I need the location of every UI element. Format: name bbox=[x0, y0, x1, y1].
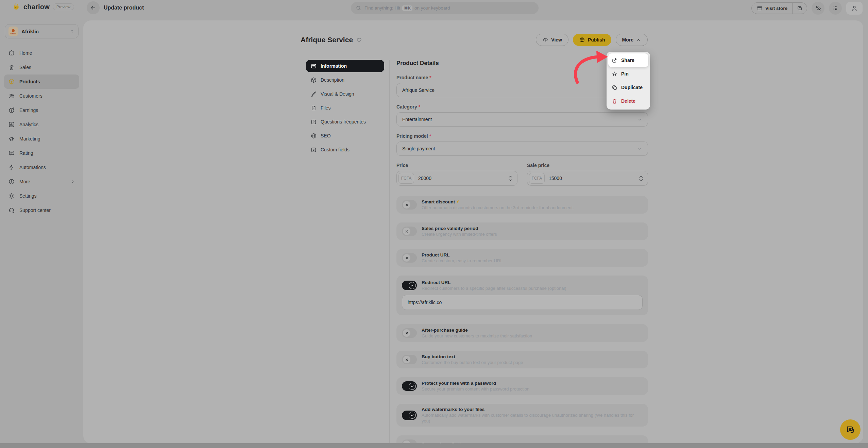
question-icon bbox=[310, 119, 317, 125]
profile-button[interactable] bbox=[846, 2, 863, 15]
price-stepper[interactable] bbox=[509, 176, 514, 181]
svg-text:$: $ bbox=[11, 109, 13, 112]
coin-icon: $ bbox=[8, 107, 15, 114]
menu-item-share[interactable]: Share bbox=[608, 53, 648, 67]
sidebar-item-home[interactable]: Home bbox=[4, 46, 79, 60]
pricing-model-label: Pricing model* bbox=[396, 133, 648, 139]
tab-custom-fields[interactable]: Custom fields bbox=[306, 144, 384, 156]
feature-row-purchase-limit: Set purchase limit bbox=[396, 435, 648, 443]
favorite-heart-icon[interactable] bbox=[356, 37, 362, 43]
password-protect-toggle[interactable] bbox=[402, 381, 417, 391]
feature-description: Guide your new customers to maximize the… bbox=[422, 333, 532, 339]
after-purchase-guide-toggle[interactable] bbox=[402, 328, 417, 338]
sidebar-item-label: Support center bbox=[19, 208, 51, 213]
required-mark: * bbox=[429, 75, 431, 80]
lightning-emoji: ⚡ bbox=[456, 199, 459, 204]
apps-menu-button[interactable] bbox=[829, 2, 842, 15]
sales-price-validity-toggle[interactable] bbox=[402, 227, 417, 236]
storefront-icon bbox=[756, 5, 763, 11]
cube-icon bbox=[310, 77, 317, 83]
sidebar-item-label: Marketing bbox=[19, 136, 40, 142]
tab-seo[interactable]: SEO bbox=[306, 130, 384, 142]
hide-preview-button[interactable] bbox=[812, 2, 824, 15]
eye-off-icon bbox=[815, 5, 821, 12]
stepper-up-icon bbox=[509, 176, 512, 178]
tab-label: Description bbox=[321, 77, 344, 83]
feature-title: Add watermarks to your files bbox=[422, 406, 643, 412]
x-icon bbox=[405, 203, 409, 207]
feature-title: Product URL bbox=[422, 252, 503, 258]
sidebar-item-products[interactable]: Products bbox=[4, 74, 79, 89]
price-input[interactable]: FCFA 20000 bbox=[396, 171, 517, 186]
product-url-toggle[interactable] bbox=[402, 253, 417, 263]
chat-icon bbox=[8, 150, 15, 156]
sidebar-item-label: Analytics bbox=[19, 122, 38, 127]
sale-price-stepper[interactable] bbox=[639, 176, 644, 181]
preview-badge: Preview bbox=[53, 3, 74, 10]
menu-item-duplicate[interactable]: Duplicate bbox=[608, 81, 648, 94]
menu-item-delete[interactable]: Delete bbox=[608, 94, 648, 108]
workspace-selector[interactable]: AfriClic Afriklic bbox=[5, 24, 79, 38]
more-context-menu: Share Pin Duplicate Delete bbox=[607, 52, 650, 110]
product-tabs: Information Description Visual & Design … bbox=[301, 60, 390, 443]
feature-row-password-protect: Protect your files with a password Secur… bbox=[396, 377, 648, 395]
publish-button[interactable]: Publish bbox=[573, 34, 611, 46]
people-icon bbox=[8, 93, 15, 99]
pricing-model-select[interactable]: Single payment bbox=[396, 142, 648, 156]
sidebar-item-support-center[interactable]: Support center bbox=[4, 203, 79, 217]
back-button[interactable] bbox=[87, 1, 100, 14]
tab-description[interactable]: Description bbox=[306, 74, 384, 86]
sidebar-item-sales[interactable]: Sales bbox=[4, 60, 79, 74]
smart-discount-toggle[interactable] bbox=[402, 200, 417, 210]
redirect-url-toggle[interactable] bbox=[402, 281, 417, 290]
sidebar-item-more[interactable]: More bbox=[4, 175, 79, 189]
copy-link-button[interactable] bbox=[793, 5, 807, 11]
product-name-value: Afrique Service bbox=[402, 87, 435, 93]
sidebar-item-rating[interactable]: Rating bbox=[4, 146, 79, 160]
tab-information[interactable]: Information bbox=[306, 60, 384, 72]
more-button-label: More bbox=[622, 37, 633, 43]
category-select[interactable]: Entertainment bbox=[396, 112, 648, 127]
sidebar-item-label: Products bbox=[19, 79, 40, 84]
watermarks-toggle[interactable] bbox=[402, 411, 417, 420]
feature-description: Create a custom, easy-to-remember URL bbox=[422, 258, 503, 264]
buy-button-text-toggle[interactable] bbox=[402, 355, 417, 364]
tour-arrow-annotation bbox=[561, 47, 612, 88]
feature-title: Smart discount bbox=[422, 199, 455, 204]
stepper-down-icon bbox=[509, 179, 512, 181]
sidebar-item-earnings[interactable]: $ Earnings bbox=[4, 103, 79, 117]
topbar: chariow Preview Update product Find anyt… bbox=[0, 0, 868, 16]
megaphone-icon bbox=[8, 135, 15, 142]
user-icon bbox=[851, 5, 858, 12]
feature-title: Sales price validity period bbox=[422, 226, 497, 231]
menu-item-pin[interactable]: Pin bbox=[608, 67, 648, 81]
sidebar-item-customers[interactable]: Customers bbox=[4, 89, 79, 103]
main-card: Afrique Service View Publish More bbox=[83, 20, 863, 443]
purchase-limit-toggle[interactable] bbox=[402, 439, 417, 443]
sale-price-input[interactable]: FCFA 15000 bbox=[527, 171, 648, 186]
tab-questions-frequentes[interactable]: Questions fréquentes bbox=[306, 116, 384, 128]
x-icon bbox=[405, 256, 409, 260]
sidebar-item-analytics[interactable]: Analytics bbox=[4, 117, 79, 132]
sidebar-item-automations[interactable]: Automations bbox=[4, 160, 79, 175]
check-icon bbox=[410, 284, 414, 287]
product-header: Afrique Service View Publish More bbox=[301, 33, 648, 47]
view-button[interactable]: View bbox=[536, 34, 568, 46]
menu-item-label: Pin bbox=[621, 71, 629, 77]
search-placeholder: Find anything: Hit ⌘K on your keyboard bbox=[364, 5, 450, 11]
tab-visual-design[interactable]: Visual & Design bbox=[306, 88, 384, 100]
visit-store-button[interactable]: Visit store bbox=[752, 5, 792, 11]
sidebar-item-marketing[interactable]: Marketing bbox=[4, 132, 79, 146]
more-button[interactable]: More bbox=[616, 34, 648, 46]
sidebar-nav: Home Sales Products Customers $ Earnings… bbox=[0, 44, 83, 219]
tab-files[interactable]: Files bbox=[306, 102, 384, 114]
eye-icon bbox=[542, 37, 548, 43]
sale-price-value: 15000 bbox=[549, 176, 562, 181]
sidebar-item-settings[interactable]: Settings bbox=[4, 189, 79, 203]
feature-title: Protect your files with a password bbox=[422, 380, 529, 386]
feature-row-buy-button-text: Buy button text Customize the buy button… bbox=[396, 351, 648, 368]
bag-icon bbox=[8, 64, 15, 71]
redirect-url-input[interactable]: https://afriklic.co bbox=[402, 295, 643, 310]
search-bar[interactable]: Find anything: Hit ⌘K on your keyboard bbox=[351, 2, 539, 14]
support-chat-fab[interactable] bbox=[840, 419, 861, 440]
